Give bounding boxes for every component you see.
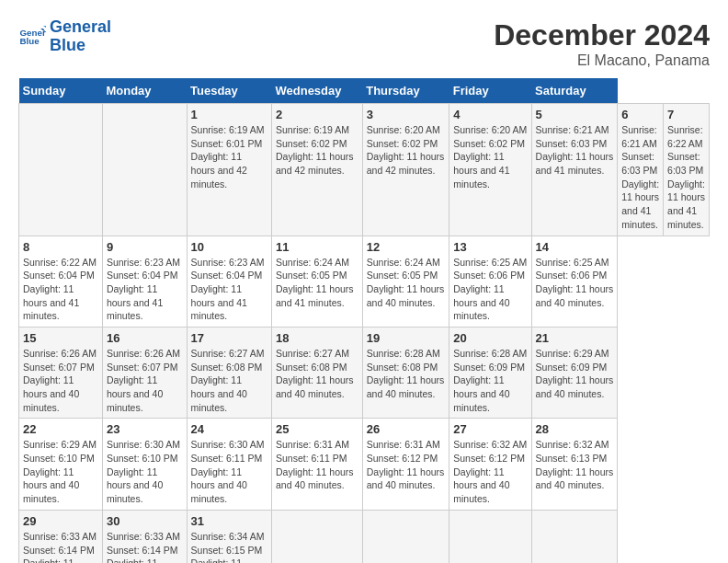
day-number: 13 [453,240,527,254]
day-number: 4 [453,108,527,121]
calendar-table: SundayMondayTuesdayWednesdayThursdayFrid… [18,78,710,563]
day-info: Sunrise: 6:28 AMSunset: 6:09 PMDaylight:… [453,347,527,414]
calendar-cell: 21Sunrise: 6:29 AMSunset: 6:09 PMDayligh… [531,327,618,418]
header-row: SundayMondayTuesdayWednesdayThursdayFrid… [19,78,710,104]
calendar-week-1: 1Sunrise: 6:19 AMSunset: 6:01 PMDaylight… [19,104,710,236]
calendar-cell: 25Sunrise: 6:31 AMSunset: 6:11 PMDayligh… [271,419,362,510]
header-cell-monday: Monday [102,78,187,104]
calendar-cell: 15Sunrise: 6:26 AMSunset: 6:07 PMDayligh… [19,327,103,418]
calendar-week-5: 29Sunrise: 6:33 AMSunset: 6:14 PMDayligh… [19,510,710,563]
header-cell-thursday: Thursday [362,78,449,104]
calendar-week-3: 15Sunrise: 6:26 AMSunset: 6:07 PMDayligh… [19,327,710,418]
calendar-cell: 18Sunrise: 6:27 AMSunset: 6:08 PMDayligh… [271,327,362,418]
header-cell-sunday: Sunday [19,78,103,104]
day-number: 2 [276,108,358,121]
header-cell-tuesday: Tuesday [187,78,271,104]
day-info: Sunrise: 6:20 AMSunset: 6:02 PMDaylight:… [367,123,446,178]
calendar-cell: 4Sunrise: 6:20 AMSunset: 6:02 PMDaylight… [449,104,531,236]
day-info: Sunrise: 6:27 AMSunset: 6:08 PMDaylight:… [191,347,267,414]
day-info: Sunrise: 6:26 AMSunset: 6:07 PMDaylight:… [107,347,183,414]
day-info: Sunrise: 6:22 AMSunset: 6:04 PMDaylight:… [23,256,98,323]
day-number: 17 [191,331,267,345]
calendar-cell: 27Sunrise: 6:32 AMSunset: 6:12 PMDayligh… [449,419,531,510]
day-number: 8 [23,240,98,254]
day-number: 24 [191,422,267,436]
day-info: Sunrise: 6:28 AMSunset: 6:08 PMDaylight:… [367,347,446,401]
calendar-cell: 23Sunrise: 6:30 AMSunset: 6:10 PMDayligh… [102,419,187,510]
day-number: 6 [621,108,659,121]
day-number: 22 [23,422,98,436]
day-number: 11 [276,240,358,254]
calendar-cell: 1Sunrise: 6:19 AMSunset: 6:01 PMDaylight… [187,104,271,236]
logo: General Blue General Blue [18,18,111,55]
calendar-cell: 24Sunrise: 6:30 AMSunset: 6:11 PMDayligh… [187,419,271,510]
day-number: 10 [191,240,267,254]
title-block: December 2024 El Macano, Panama [494,18,710,69]
day-info: Sunrise: 6:24 AMSunset: 6:05 PMDaylight:… [276,256,358,310]
calendar-cell: 29Sunrise: 6:33 AMSunset: 6:14 PMDayligh… [19,510,103,563]
calendar-cell: 19Sunrise: 6:28 AMSunset: 6:08 PMDayligh… [362,327,449,418]
day-info: Sunrise: 6:26 AMSunset: 6:07 PMDaylight:… [23,347,98,414]
calendar-cell: 9Sunrise: 6:23 AMSunset: 6:04 PMDaylight… [102,236,187,327]
day-number: 25 [276,422,358,436]
calendar-cell: 6Sunrise: 6:21 AMSunset: 6:03 PMDaylight… [618,104,664,236]
calendar-cell: 3Sunrise: 6:20 AMSunset: 6:02 PMDaylight… [362,104,449,236]
day-info: Sunrise: 6:32 AMSunset: 6:12 PMDaylight:… [453,438,527,505]
calendar-cell: 5Sunrise: 6:21 AMSunset: 6:03 PMDaylight… [531,104,618,236]
calendar-cell [271,510,362,563]
calendar-cell: 31Sunrise: 6:34 AMSunset: 6:15 PMDayligh… [187,510,271,563]
calendar-body: 1Sunrise: 6:19 AMSunset: 6:01 PMDaylight… [19,104,710,564]
day-number: 1 [191,108,267,121]
empty-cell [102,104,187,236]
calendar-cell: 28Sunrise: 6:32 AMSunset: 6:13 PMDayligh… [531,419,618,510]
calendar-cell: 30Sunrise: 6:33 AMSunset: 6:14 PMDayligh… [102,510,187,563]
calendar-cell: 2Sunrise: 6:19 AMSunset: 6:02 PMDaylight… [271,104,362,236]
page-header: General Blue General Blue December 2024 … [18,18,710,69]
day-number: 27 [453,422,527,436]
calendar-cell: 12Sunrise: 6:24 AMSunset: 6:05 PMDayligh… [362,236,449,327]
logo-line1: General [50,18,111,37]
day-number: 30 [107,514,183,528]
day-info: Sunrise: 6:23 AMSunset: 6:04 PMDaylight:… [107,256,183,323]
calendar-cell: 10Sunrise: 6:23 AMSunset: 6:04 PMDayligh… [187,236,271,327]
calendar-cell: 22Sunrise: 6:29 AMSunset: 6:10 PMDayligh… [19,419,103,510]
day-info: Sunrise: 6:25 AMSunset: 6:06 PMDaylight:… [536,256,614,310]
day-number: 16 [107,331,183,345]
calendar-week-4: 22Sunrise: 6:29 AMSunset: 6:10 PMDayligh… [19,419,710,510]
day-info: Sunrise: 6:32 AMSunset: 6:13 PMDaylight:… [536,438,614,492]
calendar-cell: 26Sunrise: 6:31 AMSunset: 6:12 PMDayligh… [362,419,449,510]
day-number: 28 [536,422,614,436]
day-number: 15 [23,331,98,345]
calendar-cell: 14Sunrise: 6:25 AMSunset: 6:06 PMDayligh… [531,236,618,327]
day-number: 31 [191,514,267,528]
day-info: Sunrise: 6:31 AMSunset: 6:12 PMDaylight:… [367,438,446,492]
page-subtitle: El Macano, Panama [494,52,710,69]
day-info: Sunrise: 6:30 AMSunset: 6:11 PMDaylight:… [191,438,267,505]
day-info: Sunrise: 6:30 AMSunset: 6:10 PMDaylight:… [107,438,183,505]
calendar-cell: 13Sunrise: 6:25 AMSunset: 6:06 PMDayligh… [449,236,531,327]
calendar-cell: 16Sunrise: 6:26 AMSunset: 6:07 PMDayligh… [102,327,187,418]
day-info: Sunrise: 6:22 AMSunset: 6:03 PMDaylight:… [667,123,705,232]
day-info: Sunrise: 6:27 AMSunset: 6:08 PMDaylight:… [276,347,358,401]
day-number: 26 [367,422,446,436]
page-title: December 2024 [494,18,710,52]
day-info: Sunrise: 6:25 AMSunset: 6:06 PMDaylight:… [453,256,527,323]
day-number: 19 [367,331,446,345]
logo-text: General Blue [50,18,111,55]
calendar-cell: 17Sunrise: 6:27 AMSunset: 6:08 PMDayligh… [187,327,271,418]
day-number: 18 [276,331,358,345]
header-cell-friday: Friday [449,78,531,104]
day-number: 29 [23,514,98,528]
day-info: Sunrise: 6:20 AMSunset: 6:02 PMDaylight:… [453,123,527,190]
day-info: Sunrise: 6:33 AMSunset: 6:14 PMDaylight:… [23,530,98,563]
calendar-week-2: 8Sunrise: 6:22 AMSunset: 6:04 PMDaylight… [19,236,710,327]
day-number: 7 [667,108,705,121]
calendar-cell: 8Sunrise: 6:22 AMSunset: 6:04 PMDaylight… [19,236,103,327]
day-info: Sunrise: 6:21 AMSunset: 6:03 PMDaylight:… [536,123,614,178]
logo-icon: General Blue [18,23,46,51]
day-number: 14 [536,240,614,254]
logo-line2: Blue [50,37,111,55]
calendar-cell [449,510,531,563]
calendar-header: SundayMondayTuesdayWednesdayThursdayFrid… [19,78,710,104]
day-info: Sunrise: 6:19 AMSunset: 6:01 PMDaylight:… [191,123,267,190]
